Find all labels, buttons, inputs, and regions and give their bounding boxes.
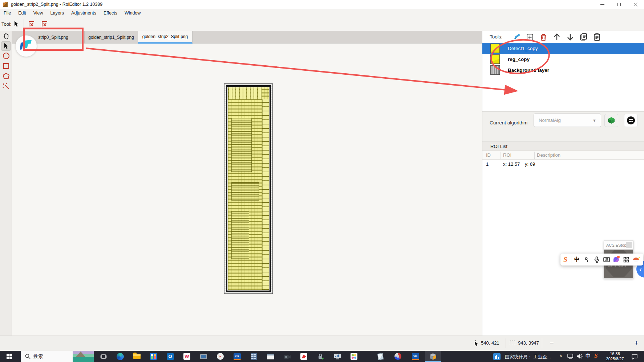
magic-wand-icon	[2, 82, 10, 90]
delete-layer-button[interactable]	[539, 32, 548, 42]
clear-all-roi-button[interactable]	[41, 20, 49, 28]
color-dots-icon	[351, 353, 357, 360]
tray-chevron-up[interactable]: ∧	[559, 353, 562, 358]
task-view-button[interactable]	[99, 352, 108, 361]
move-layer-up-button[interactable]	[552, 32, 562, 42]
taskbar-roieditor-active[interactable]	[425, 351, 441, 362]
vis-icon: vis	[412, 353, 419, 360]
polygon-roi-tool-button[interactable]	[1, 71, 11, 81]
pan-tool-button[interactable]	[1, 32, 11, 41]
column-separator[interactable]	[501, 152, 501, 159]
taskbar-calculator[interactable]	[249, 352, 258, 361]
ime-handwriting-button[interactable]	[582, 255, 592, 264]
status-bar: 540, 421 943, 3947 − 16% ▼ +	[0, 336, 644, 351]
magic-wand-tool-button[interactable]	[1, 82, 11, 91]
disc-icon	[394, 353, 401, 360]
column-separator[interactable]	[534, 152, 535, 159]
taskbar-vpn-lock[interactable]	[316, 352, 325, 361]
tray-sogou-icon[interactable]: S	[594, 352, 598, 359]
monitor-icon	[200, 354, 207, 359]
taskbar-outlook[interactable]: O	[166, 352, 175, 361]
taskbar-form-app[interactable]	[266, 352, 275, 361]
ime-toolbox-button[interactable]	[621, 255, 631, 264]
circle-roi-tool-button[interactable]	[1, 51, 11, 61]
tray-time: 16:38	[603, 351, 627, 357]
tab-golden-strip1[interactable]: golden_strip1_Split.png	[85, 31, 138, 44]
taskbar-color-app[interactable]	[349, 352, 359, 361]
run-algorithm-button[interactable]	[604, 114, 618, 127]
taskbar-snipping[interactable]: ✂	[216, 352, 225, 361]
estop-window-button[interactable]	[626, 242, 632, 248]
image-canvas[interactable]	[12, 44, 482, 336]
menu-bar: File Edit View Layers Adjustments Effect…	[0, 9, 644, 17]
taskbar-vis-app-2[interactable]: vis	[411, 352, 420, 361]
algorithm-dropdown[interactable]: NormalAlg ▼	[534, 114, 601, 127]
start-button[interactable]	[7, 354, 12, 359]
menu-view[interactable]: View	[30, 11, 47, 16]
foxmail-icon	[300, 353, 307, 360]
tray-display-icon[interactable]	[567, 354, 574, 359]
sogou-logo-button[interactable]: S	[560, 255, 570, 264]
tool-palette	[0, 31, 12, 336]
window-title: golden_strip2_Split.png - RoiEditor 1.2 …	[11, 2, 102, 7]
windows-taskbar: 搜索 O W ✂ vis vis 国家统计局： 工业企... ∧ 中 S	[0, 351, 644, 362]
taskbar-perf-monitor[interactable]	[333, 352, 342, 361]
restore-button[interactable]	[611, 0, 627, 9]
taskbar-wps[interactable]: W	[182, 352, 191, 361]
copy-layer-button[interactable]	[579, 32, 588, 42]
tray-clock[interactable]: 16:38 2025/8/27	[603, 351, 627, 361]
taskbar-edge-browser[interactable]	[116, 352, 125, 361]
chinese-mode-icon: 中	[574, 256, 580, 263]
tray-notification-text[interactable]: 国家统计局： 工业企...	[505, 354, 552, 360]
select-tool-button[interactable]	[1, 41, 11, 51]
menu-adjustments[interactable]: Adjustments	[68, 11, 100, 16]
clear-roi-button[interactable]	[28, 20, 36, 28]
chip-image	[224, 83, 273, 294]
tab-golden-strip2[interactable]: golden_strip2_Split.png	[138, 31, 193, 44]
paste-layer-button[interactable]	[592, 32, 602, 42]
close-button[interactable]	[627, 0, 644, 9]
vis-icon: vis	[234, 353, 241, 360]
taskbar-media-tool[interactable]	[393, 352, 402, 361]
scissors-icon: ✂	[217, 353, 224, 360]
taskbar-notepad[interactable]	[376, 352, 385, 361]
roi-table-row[interactable]: 1 x: 12.57 y: 69	[482, 160, 644, 169]
menu-effects[interactable]: Effects	[100, 11, 121, 16]
ime-separator	[571, 256, 571, 263]
menu-edit[interactable]: Edit	[15, 11, 30, 16]
menu-layers[interactable]: Layers	[47, 11, 68, 16]
taskbar-vis-app[interactable]: vis	[232, 352, 242, 361]
move-layer-down-button[interactable]	[566, 32, 575, 42]
algorithm-value: NormalAlg	[539, 118, 592, 123]
ime-keyboard-button[interactable]	[602, 255, 611, 264]
rectangle-roi-tool-button[interactable]	[1, 61, 11, 71]
monitor-chart-icon	[334, 353, 341, 360]
ime-emoji-button[interactable]	[631, 255, 641, 264]
algorithm-settings-button[interactable]	[624, 114, 638, 127]
ime-mode-button[interactable]: 中	[572, 255, 582, 264]
notification-center-icon[interactable]	[631, 354, 638, 359]
tray-ime-mode[interactable]: 中	[586, 353, 591, 359]
taskbar-camera-app[interactable]	[283, 352, 292, 361]
taskbar-search-box[interactable]: 搜索	[21, 351, 94, 362]
zoom-in-button[interactable]: +	[631, 338, 641, 348]
minimize-button[interactable]	[594, 0, 611, 9]
ime-voice-button[interactable]	[592, 255, 602, 264]
taskbar-ms-store[interactable]	[149, 352, 158, 361]
weather-widget[interactable]	[73, 351, 94, 362]
hand-icon	[3, 33, 10, 40]
ime-toolbar: S 中	[560, 254, 643, 266]
ime-skin-button[interactable]	[611, 255, 621, 264]
taskbar-foxmail[interactable]	[299, 352, 308, 361]
tray-stats-app[interactable]	[492, 352, 501, 361]
roi-col-description: Description	[537, 152, 560, 158]
menu-file[interactable]: File	[0, 11, 15, 16]
outlook-icon: O	[167, 353, 174, 360]
taskbar-file-explorer[interactable]	[132, 352, 141, 361]
tray-volume-icon[interactable]	[577, 354, 583, 359]
chevron-down-icon: ▼	[592, 118, 596, 123]
taskbar-remote-pc[interactable]	[199, 352, 208, 361]
zoom-out-button[interactable]: −	[547, 338, 557, 348]
menu-window[interactable]: Window	[121, 11, 144, 16]
wps-icon: W	[183, 353, 190, 360]
